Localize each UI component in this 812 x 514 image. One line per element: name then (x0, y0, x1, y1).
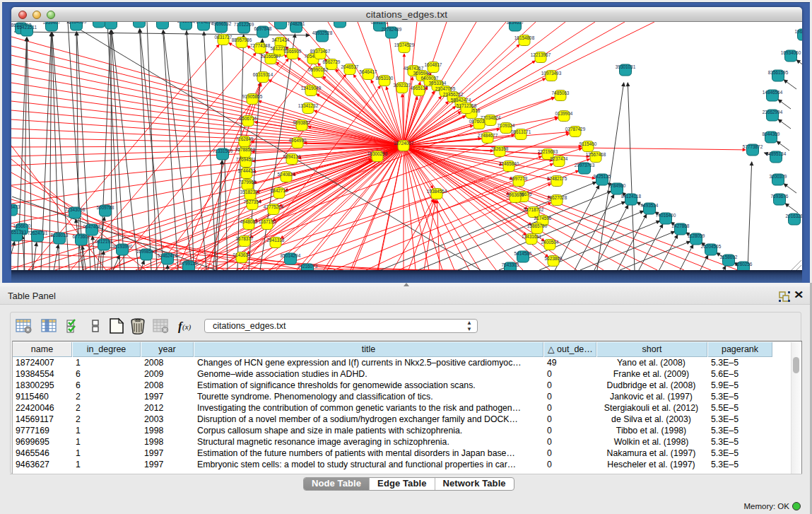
svg-text:7262849: 7262849 (236, 136, 254, 141)
svg-text:1965569: 1965569 (795, 29, 802, 34)
svg-text:2427868: 2427868 (672, 223, 690, 228)
svg-text:3471434: 3471434 (272, 37, 290, 42)
svg-text:7543303: 7543303 (502, 262, 519, 267)
svg-text:36193990: 36193990 (112, 244, 133, 249)
svg-text:2046537: 2046537 (341, 64, 359, 69)
svg-text:1128059: 1128059 (688, 233, 705, 238)
svg-text:7379965: 7379965 (239, 180, 257, 185)
svg-text:5646417: 5646417 (360, 69, 377, 74)
svg-text:83561595: 83561595 (768, 70, 789, 75)
svg-text:16154808: 16154808 (514, 35, 535, 40)
svg-text:7048281: 7048281 (288, 22, 305, 26)
svg-text:5414586: 5414586 (514, 251, 532, 256)
svg-text:2784980: 2784980 (608, 183, 626, 188)
svg-text:22782489: 22782489 (382, 27, 402, 32)
svg-text:26204505: 26204505 (701, 244, 722, 249)
svg-text:02787429: 02787429 (565, 127, 586, 132)
svg-text:08613171: 08613171 (511, 129, 531, 134)
svg-text:13431611: 13431611 (522, 234, 541, 239)
svg-text:71331509: 71331509 (213, 148, 233, 153)
svg-text:18724007: 18724007 (394, 141, 414, 146)
svg-text:14895134: 14895134 (766, 151, 787, 156)
svg-text:15300293: 15300293 (367, 151, 388, 156)
svg-text:65423511: 65423511 (17, 25, 37, 30)
svg-text:6562729: 6562729 (323, 59, 341, 64)
svg-text:12213967: 12213967 (531, 52, 551, 57)
svg-text:47775204: 47775204 (264, 204, 284, 209)
svg-text:84124118: 84124118 (621, 194, 641, 199)
svg-text:4997278: 4997278 (510, 176, 528, 181)
svg-text:1167190: 1167190 (259, 219, 276, 224)
svg-text:1604817: 1604817 (425, 62, 442, 67)
svg-text:76627028: 76627028 (547, 195, 567, 200)
svg-text:23166587: 23166587 (261, 54, 281, 59)
svg-text:57773872: 57773872 (743, 144, 763, 149)
svg-text:16184959: 16184959 (66, 22, 87, 24)
svg-text:6697848: 6697848 (254, 26, 272, 31)
svg-text:48932528: 48932528 (312, 30, 333, 35)
svg-text:5183473: 5183473 (11, 204, 20, 209)
svg-text:16934060: 16934060 (781, 50, 801, 55)
svg-text:72343098: 72343098 (65, 207, 86, 212)
svg-text:6409097: 6409097 (421, 76, 439, 81)
svg-text:0143634: 0143634 (233, 252, 251, 257)
svg-text:0799118: 0799118 (180, 261, 198, 266)
svg-text:66319314: 66319314 (253, 72, 273, 77)
svg-text:5744431: 5744431 (238, 168, 256, 173)
svg-text:3678377: 3678377 (236, 236, 254, 241)
svg-text:27484677: 27484677 (478, 133, 498, 138)
svg-text:12567468: 12567468 (586, 152, 606, 157)
svg-text:3158692: 3158692 (720, 255, 738, 259)
svg-text:49696532: 49696532 (211, 22, 232, 26)
svg-text:74016400: 74016400 (656, 213, 676, 218)
svg-text:4965137: 4965137 (411, 86, 428, 90)
svg-text:21465840: 21465840 (499, 161, 519, 166)
svg-text:91905865: 91905865 (242, 94, 263, 99)
svg-text:8053100: 8053100 (376, 76, 394, 81)
svg-text:3953394: 3953394 (429, 81, 447, 86)
svg-text:4964990: 4964990 (289, 138, 307, 143)
svg-text:(x): (x) (182, 322, 192, 332)
svg-text:0812191: 0812191 (95, 239, 113, 244)
svg-text:95788568: 95788568 (235, 147, 256, 152)
svg-text:71012269: 71012269 (234, 22, 254, 27)
svg-text:39301031: 39301031 (616, 64, 636, 69)
svg-text:19384554: 19384554 (427, 189, 447, 194)
svg-text:8108013: 8108013 (51, 233, 69, 238)
svg-text:7109324: 7109324 (498, 123, 515, 128)
svg-text:06990162: 06990162 (308, 67, 329, 72)
svg-text:4948083: 4948083 (240, 219, 258, 224)
svg-text:4493534: 4493534 (641, 203, 659, 208)
svg-text:34216073: 34216073 (298, 264, 318, 269)
svg-text:0139904: 0139904 (555, 111, 573, 116)
svg-text:16998543: 16998543 (136, 249, 157, 254)
svg-text:14846564: 14846564 (763, 90, 783, 95)
svg-text:10973493: 10973493 (541, 71, 562, 76)
svg-text:15865780: 15865780 (527, 223, 548, 228)
svg-text:72624731: 72624731 (28, 230, 48, 235)
svg-text:21047095: 21047095 (435, 86, 456, 91)
svg-text:7826398: 7826398 (491, 146, 509, 151)
svg-text:10651333: 10651333 (11, 230, 27, 235)
svg-text:2941318: 2941318 (267, 238, 285, 243)
svg-text:2174596: 2174596 (534, 216, 552, 221)
svg-text:0391171: 0391171 (371, 22, 389, 25)
svg-text:85014294: 85014294 (281, 253, 301, 258)
svg-text:4835030: 4835030 (154, 22, 172, 23)
svg-text:12419049: 12419049 (301, 86, 322, 90)
svg-text:2260256: 2260256 (735, 262, 753, 267)
svg-text:77034824: 77034824 (481, 115, 501, 120)
svg-text:0647468: 0647468 (83, 224, 101, 229)
svg-text:23662994: 23662994 (763, 110, 783, 115)
svg-text:5623869: 5623869 (545, 256, 563, 261)
svg-text:72774348: 72774348 (250, 43, 271, 48)
svg-text:9115460: 9115460 (579, 141, 597, 146)
svg-text:29973763: 29973763 (575, 163, 595, 168)
svg-text:4752553: 4752553 (102, 22, 120, 23)
svg-text:51712368: 51712368 (457, 103, 477, 108)
svg-text:46474367: 46474367 (404, 66, 424, 71)
svg-text:13341232: 13341232 (298, 103, 319, 108)
svg-text:21456232: 21456232 (443, 92, 464, 97)
svg-text:5009788: 5009788 (97, 205, 114, 210)
svg-text:6413953: 6413953 (177, 22, 195, 23)
